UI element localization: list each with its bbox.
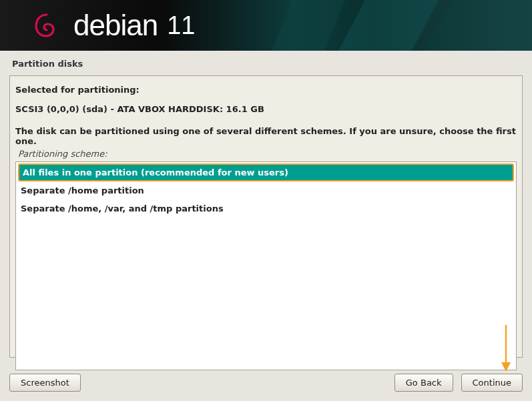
scheme-option-all-in-one[interactable]: All files in one partition (recommended …: [18, 163, 514, 181]
banner-decoration: [265, 0, 532, 51]
disk-description: SCSI3 (0,0,0) (sda) - ATA VBOX HARDDISK:…: [15, 104, 517, 114]
logo-text: debian: [73, 9, 158, 42]
button-bar: Screenshot Go Back Continue: [9, 374, 523, 392]
continue-button[interactable]: Continue: [461, 374, 523, 392]
main-panel: Selected for partitioning: SCSI3 (0,0,0)…: [9, 75, 523, 358]
partition-instruction: The disk can be partitioned using one of…: [15, 126, 517, 146]
go-back-button[interactable]: Go Back: [394, 374, 453, 392]
partitioning-scheme-listbox[interactable]: All files in one partition (recommended …: [15, 161, 517, 370]
debian-swirl-icon: [32, 11, 61, 40]
logo-version: 11: [167, 11, 195, 40]
partitioning-scheme-label: Partitioning scheme:: [18, 149, 517, 159]
page-title: Partition disks: [0, 51, 532, 75]
selected-for-partitioning-label: Selected for partitioning:: [15, 85, 517, 95]
scheme-option-separate-home[interactable]: Separate /home partition: [16, 181, 516, 199]
svg-marker-0: [272, 0, 345, 51]
scheme-option-separate-home-var-tmp[interactable]: Separate /home, /var, and /tmp partition…: [16, 199, 516, 218]
screenshot-button[interactable]: Screenshot: [9, 374, 81, 392]
svg-marker-2: [425, 0, 532, 51]
installer-banner: debian 11: [0, 0, 532, 51]
svg-marker-1: [338, 0, 439, 51]
